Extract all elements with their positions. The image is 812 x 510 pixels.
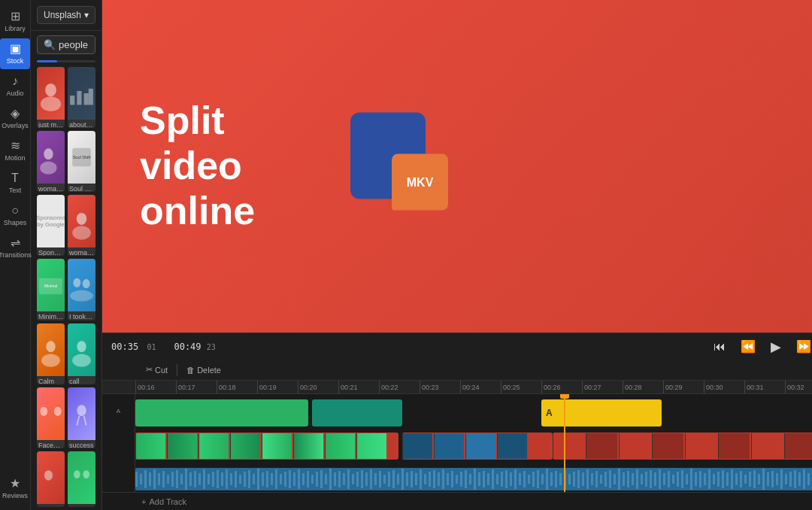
- cut-button[interactable]: ✂ Cut: [141, 363, 172, 376]
- sidebar-item-transitions[interactable]: ⇌ Transitions: [0, 232, 30, 263]
- delete-button[interactable]: 🗑 Delete: [182, 364, 226, 376]
- sidebar-item-overlays[interactable]: ◈ Overlays: [0, 103, 30, 134]
- svg-rect-134: [591, 473, 593, 485]
- thumb-label: I took this shot to cat...: [68, 311, 95, 320]
- svg-rect-70: [302, 473, 304, 485]
- thumb-label: woman holding heft l...: [68, 247, 95, 256]
- svg-rect-176: [780, 469, 783, 489]
- forward-button[interactable]: ⏩: [793, 338, 812, 355]
- mkv-logo: MKV: [350, 113, 448, 211]
- svg-rect-92: [401, 469, 404, 490]
- list-item[interactable]: I took this shot to cat...: [68, 259, 95, 320]
- source-selector[interactable]: Unsplash ▾: [37, 6, 95, 24]
- clip-video-strip-3[interactable]: [553, 433, 812, 460]
- svg-rect-43: [180, 474, 183, 484]
- sidebar-item-shapes[interactable]: ○ Shapes: [0, 200, 30, 231]
- clip-video-strip-2[interactable]: [402, 433, 553, 460]
- list-item[interactable]: Calm: [37, 323, 65, 384]
- list-item[interactable]: Sponsoredby Google Sponsored by Googl...: [37, 195, 65, 256]
- svg-rect-119: [523, 471, 526, 487]
- svg-rect-64: [275, 469, 277, 489]
- list-item[interactable]: [37, 451, 65, 507]
- skip-back-button[interactable]: ⏮: [710, 338, 729, 355]
- list-item[interactable]: woman looking side...: [37, 131, 65, 192]
- sidebar-item-reviews[interactable]: ★ Reviews: [0, 473, 30, 504]
- svg-rect-123: [541, 474, 544, 484]
- svg-rect-58: [248, 470, 250, 488]
- svg-rect-63: [271, 473, 273, 485]
- svg-rect-100: [438, 472, 440, 486]
- thumb-label: [37, 504, 65, 507]
- list-item[interactable]: woman holding heft l...: [68, 195, 95, 256]
- svg-rect-159: [704, 473, 706, 485]
- thumb-label: [68, 504, 95, 507]
- svg-rect-44: [185, 469, 187, 490]
- list-item[interactable]: just me, being me.: [37, 67, 65, 128]
- svg-rect-148: [654, 472, 656, 486]
- list-item[interactable]: about 3000 people a...: [68, 67, 95, 128]
- sidebar-item-text[interactable]: T Text: [0, 168, 30, 199]
- list-item[interactable]: Minimal Minimal Garage: [37, 259, 65, 320]
- svg-rect-168: [744, 475, 747, 484]
- list-item[interactable]: call: [68, 323, 95, 384]
- svg-rect-152: [672, 475, 674, 484]
- ruler-mark: 00:29: [663, 381, 704, 394]
- search-input[interactable]: [59, 39, 89, 50]
- svg-rect-127: [559, 473, 562, 485]
- svg-rect-77: [334, 472, 336, 486]
- svg-point-6: [44, 148, 53, 159]
- svg-rect-36: [149, 472, 151, 486]
- list-item[interactable]: [68, 451, 95, 507]
- svg-rect-126: [555, 471, 557, 487]
- clip-green-1[interactable]: [135, 399, 308, 427]
- audio-waveform[interactable]: [135, 468, 812, 490]
- svg-rect-35: [144, 470, 147, 488]
- svg-rect-110: [483, 471, 485, 487]
- svg-rect-74: [320, 470, 323, 488]
- svg-rect-172: [762, 469, 765, 490]
- clip-yellow-1[interactable]: A: [541, 399, 662, 427]
- sidebar-item-stock[interactable]: ▣ Stock: [0, 38, 30, 69]
- plus-icon: +: [141, 497, 146, 506]
- cut-icon: ✂: [146, 365, 153, 375]
- list-item[interactable]: Faces in different pla...: [37, 387, 65, 448]
- playhead[interactable]: [564, 394, 565, 492]
- svg-rect-3: [77, 91, 81, 105]
- svg-rect-108: [474, 469, 476, 490]
- svg-rect-83: [361, 470, 363, 488]
- ruler-mark: 00:22: [379, 381, 420, 394]
- svg-rect-89: [388, 472, 390, 487]
- thumb-label: just me, being me.: [37, 120, 65, 128]
- timeline-tracks: A A: [102, 394, 812, 492]
- svg-rect-136: [600, 475, 602, 484]
- sidebar-item-motion[interactable]: ≋ Motion: [0, 135, 30, 166]
- svg-rect-146: [645, 472, 647, 487]
- media-header: Unsplash ▾: [31, 0, 102, 31]
- svg-rect-33: [135, 472, 138, 487]
- clip-teal-1[interactable]: [312, 399, 402, 427]
- clip-video-strip-1[interactable]: [135, 433, 398, 460]
- svg-rect-170: [753, 470, 756, 488]
- rewind-button[interactable]: ⏪: [738, 338, 759, 355]
- play-button[interactable]: ▶: [768, 337, 784, 357]
- svg-point-18: [41, 354, 60, 366]
- svg-text:Soul Shift: Soul Shift: [73, 155, 91, 159]
- svg-rect-144: [636, 469, 638, 489]
- svg-point-22: [54, 407, 62, 416]
- ruler-mark: 00:25: [501, 381, 541, 394]
- svg-rect-114: [501, 472, 503, 487]
- svg-rect-163: [722, 470, 724, 488]
- sidebar-item-audio[interactable]: ♪ Audio: [0, 71, 30, 102]
- ruler-mark: 00:16: [135, 381, 176, 394]
- thumb-label: woman looking side...: [37, 184, 65, 192]
- svg-rect-5: [89, 89, 93, 105]
- list-item[interactable]: success: [68, 387, 95, 448]
- list-item[interactable]: Soul Shift Soul Shift: [68, 131, 95, 192]
- svg-rect-139: [614, 474, 616, 484]
- ruler-mark: 00:28: [623, 381, 663, 394]
- ruler-mark: 00:26: [541, 381, 582, 394]
- add-track-button[interactable]: + Add Track: [102, 492, 812, 510]
- media-grid: just me, being me. about 3000 people a..…: [31, 64, 102, 510]
- sidebar-item-library[interactable]: ⊞ Library: [0, 6, 30, 37]
- svg-rect-153: [677, 472, 679, 487]
